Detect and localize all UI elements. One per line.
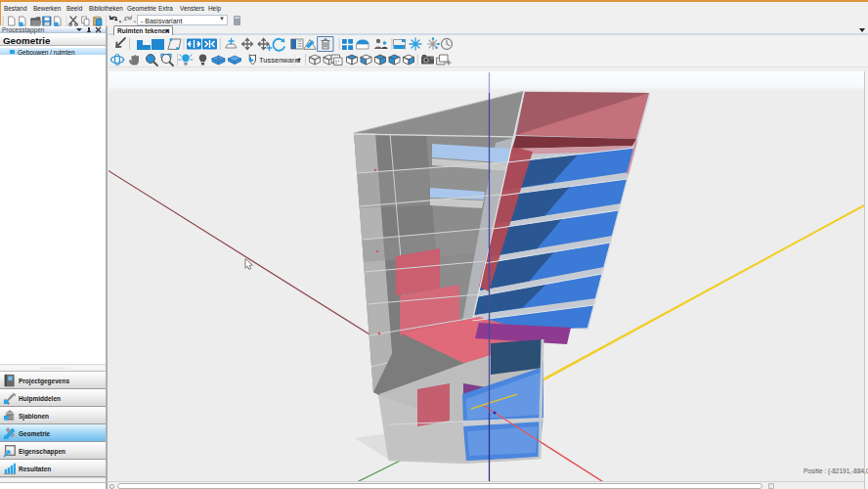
- svg-text:Tussenwand: Tussenwand: [259, 56, 300, 65]
